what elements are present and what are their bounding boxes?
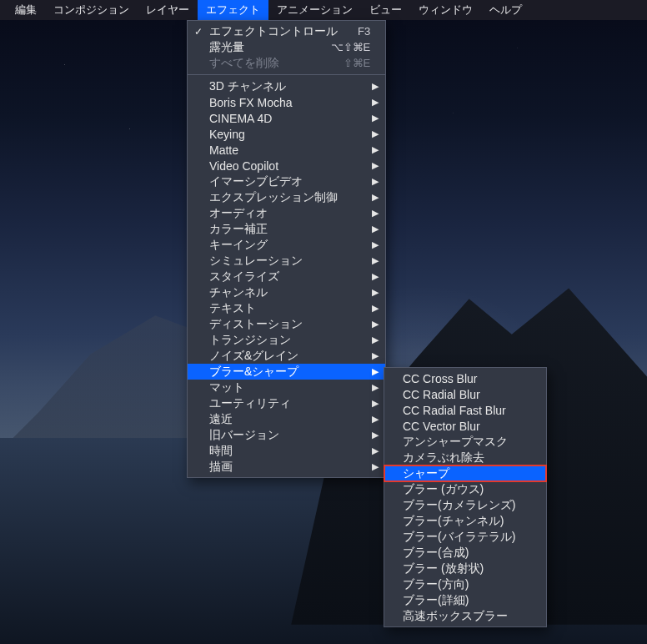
submenu-arrow-icon: ▶ bbox=[372, 192, 379, 203]
effects-category-20[interactable]: ユーティリティ▶ bbox=[188, 395, 385, 411]
menu-item-label: シミュレーション bbox=[209, 254, 370, 269]
menu-help[interactable]: ヘルプ bbox=[481, 0, 530, 20]
submenu-item-3[interactable]: CC Vector Blur bbox=[384, 418, 546, 434]
submenu-item-11[interactable]: ブラー(合成) bbox=[384, 545, 546, 561]
menu-item-label: エクスプレッション制御 bbox=[209, 190, 370, 205]
effects-category-3[interactable]: Keying▶ bbox=[188, 126, 385, 142]
submenu-item-2[interactable]: CC Radial Fast Blur bbox=[384, 402, 546, 418]
menu-item-label: カラー補正 bbox=[209, 222, 370, 237]
effects-menu-exposure[interactable]: 露光量 ⌥⇧⌘E bbox=[188, 39, 385, 55]
submenu-item-10[interactable]: ブラー(バイラテラル) bbox=[384, 529, 546, 545]
menu-item-label: 旧バージョン bbox=[209, 428, 370, 443]
submenu-item-13[interactable]: ブラー(方向) bbox=[384, 576, 546, 592]
effects-category-1[interactable]: Boris FX Mocha▶ bbox=[188, 94, 385, 110]
effects-category-0[interactable]: 3D チャンネル▶ bbox=[188, 78, 385, 94]
submenu-item-6[interactable]: シャープ bbox=[384, 465, 546, 481]
effects-category-11[interactable]: シミュレーション▶ bbox=[188, 253, 385, 269]
menu-item-label: 3D チャンネル bbox=[209, 79, 370, 94]
menu-item-label: ブラー (放射状) bbox=[403, 561, 531, 576]
submenu-arrow-icon: ▶ bbox=[372, 81, 379, 92]
effects-category-22[interactable]: 旧バージョン▶ bbox=[188, 427, 385, 443]
submenu-item-5[interactable]: カメラぶれ除去 bbox=[384, 450, 546, 465]
effects-category-12[interactable]: スタイライズ▶ bbox=[188, 269, 385, 284]
check-icon: ✓ bbox=[194, 26, 203, 38]
submenu-arrow-icon: ▶ bbox=[372, 224, 379, 234]
menu-item-label: アンシャープマスク bbox=[403, 435, 531, 450]
submenu-arrow-icon: ▶ bbox=[372, 398, 379, 409]
submenu-item-7[interactable]: ブラー (ガウス) bbox=[384, 481, 546, 497]
menu-item-shortcut: F3 bbox=[358, 25, 370, 38]
submenu-arrow-icon: ▶ bbox=[372, 144, 379, 155]
effects-category-13[interactable]: チャンネル▶ bbox=[188, 284, 385, 300]
menu-layer[interactable]: レイヤー bbox=[138, 0, 198, 20]
menu-edit[interactable]: 編集 bbox=[7, 0, 45, 20]
effects-category-14[interactable]: テキスト▶ bbox=[188, 300, 385, 316]
menu-item-label: CC Radial Fast Blur bbox=[403, 404, 531, 417]
submenu-arrow-icon: ▶ bbox=[372, 176, 379, 187]
submenu-arrow-icon: ▶ bbox=[372, 430, 379, 440]
submenu-arrow-icon: ▶ bbox=[372, 255, 379, 266]
effects-menu: ✓ エフェクトコントロール F3 露光量 ⌥⇧⌘E すべてを削除 ⇧⌘E 3D … bbox=[187, 20, 386, 478]
menu-item-label: イマーシブビデオ bbox=[209, 174, 370, 189]
menubar: 編集 コンポジション レイヤー エフェクト アニメーション ビュー ウィンドウ … bbox=[0, 0, 647, 20]
submenu-arrow-icon: ▶ bbox=[372, 160, 379, 171]
blur-sharpen-submenu: CC Cross BlurCC Radial BlurCC Radial Fas… bbox=[384, 367, 547, 627]
menu-separator bbox=[188, 74, 385, 75]
submenu-arrow-icon: ▶ bbox=[372, 350, 379, 361]
submenu-item-1[interactable]: CC Radial Blur bbox=[384, 386, 546, 402]
effects-category-7[interactable]: エクスプレッション制御▶ bbox=[188, 189, 385, 205]
effects-category-9[interactable]: カラー補正▶ bbox=[188, 221, 385, 237]
submenu-arrow-icon: ▶ bbox=[372, 128, 379, 139]
effects-category-18[interactable]: ブラー&シャープ▶ bbox=[188, 364, 385, 380]
effects-category-8[interactable]: オーディオ▶ bbox=[188, 205, 385, 221]
effects-category-17[interactable]: ノイズ&グレイン▶ bbox=[188, 348, 385, 364]
effects-category-15[interactable]: ディストーション▶ bbox=[188, 316, 385, 332]
effects-category-23[interactable]: 時間▶ bbox=[188, 443, 385, 459]
effects-category-4[interactable]: Matte▶ bbox=[188, 142, 385, 158]
menu-item-label: ブラー (ガウス) bbox=[403, 482, 531, 497]
effects-category-24[interactable]: 描画▶ bbox=[188, 459, 385, 475]
menu-item-label: ノイズ&グレイン bbox=[209, 349, 370, 364]
submenu-item-14[interactable]: ブラー(詳細) bbox=[384, 592, 546, 608]
menu-item-label: チャンネル bbox=[209, 285, 370, 300]
effects-category-19[interactable]: マット▶ bbox=[188, 380, 385, 395]
menu-item-label: CINEMA 4D bbox=[209, 112, 370, 125]
effects-menu-effect-controls[interactable]: ✓ エフェクトコントロール F3 bbox=[188, 23, 385, 39]
effects-category-16[interactable]: トランジション▶ bbox=[188, 332, 385, 348]
menu-item-label: 高速ボックスブラー bbox=[403, 609, 531, 624]
menu-item-label: ブラー(バイラテラル) bbox=[403, 530, 531, 545]
submenu-arrow-icon: ▶ bbox=[372, 319, 379, 330]
menu-item-label: エフェクトコントロール bbox=[209, 24, 338, 39]
submenu-item-15[interactable]: 高速ボックスブラー bbox=[384, 608, 546, 624]
menu-animation[interactable]: アニメーション bbox=[268, 0, 361, 20]
menu-view[interactable]: ビュー bbox=[361, 0, 410, 20]
submenu-arrow-icon: ▶ bbox=[372, 113, 379, 123]
menu-composition[interactable]: コンポジション bbox=[45, 0, 138, 20]
menu-item-label: Matte bbox=[209, 143, 370, 157]
submenu-item-4[interactable]: アンシャープマスク bbox=[384, 434, 546, 450]
effects-category-10[interactable]: キーイング▶ bbox=[188, 237, 385, 253]
menu-item-label: ブラー(方向) bbox=[403, 577, 531, 592]
submenu-item-0[interactable]: CC Cross Blur bbox=[384, 370, 546, 386]
effects-category-2[interactable]: CINEMA 4D▶ bbox=[188, 110, 385, 126]
submenu-arrow-icon: ▶ bbox=[372, 97, 379, 108]
submenu-arrow-icon: ▶ bbox=[372, 239, 379, 250]
submenu-item-9[interactable]: ブラー(チャンネル) bbox=[384, 513, 546, 529]
submenu-arrow-icon: ▶ bbox=[372, 287, 379, 298]
menu-effect[interactable]: エフェクト bbox=[198, 0, 268, 20]
menu-item-label: ブラー(カメラレンズ) bbox=[403, 498, 531, 513]
menu-item-label: Boris FX Mocha bbox=[209, 96, 370, 109]
menu-window[interactable]: ウィンドウ bbox=[410, 0, 481, 20]
menu-item-label: CC Radial Blur bbox=[403, 388, 531, 401]
effects-category-21[interactable]: 遠近▶ bbox=[188, 411, 385, 427]
submenu-item-12[interactable]: ブラー (放射状) bbox=[384, 561, 546, 576]
menu-item-label: トランジション bbox=[209, 333, 370, 348]
menu-item-shortcut: ⌥⇧⌘E bbox=[331, 41, 371, 53]
effects-category-6[interactable]: イマーシブビデオ▶ bbox=[188, 174, 385, 189]
menu-item-label: ブラー(チャンネル) bbox=[403, 514, 531, 529]
submenu-item-8[interactable]: ブラー(カメラレンズ) bbox=[384, 497, 546, 513]
effects-category-5[interactable]: Video Copilot▶ bbox=[188, 158, 385, 174]
submenu-arrow-icon: ▶ bbox=[372, 208, 379, 219]
menu-item-label: すべてを削除 bbox=[209, 56, 324, 71]
submenu-arrow-icon: ▶ bbox=[372, 461, 379, 472]
